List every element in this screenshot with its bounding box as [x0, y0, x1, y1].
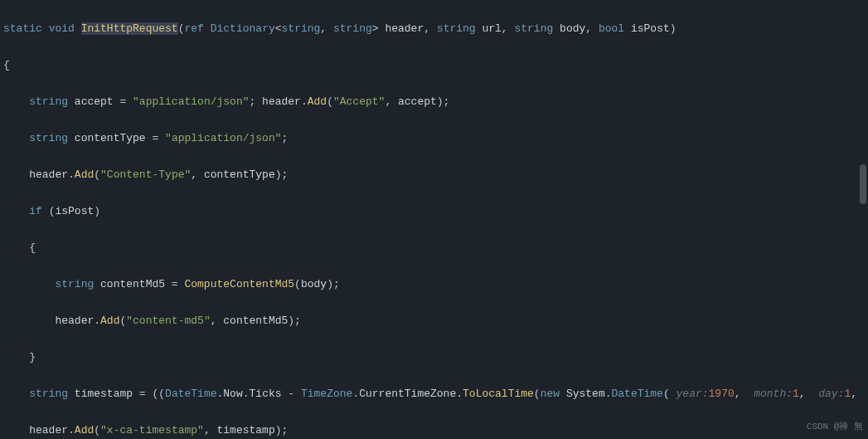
line: header.Add("Content-Type", contentType); [3, 166, 868, 184]
method-name: InitHttpRequest [81, 22, 178, 35]
line: string contentType = "application/json"; [3, 129, 868, 148]
watermark: CSDN @禅 無 [807, 417, 863, 436]
line: } [3, 349, 868, 367]
line: static void InitHttpRequest(ref Dictiona… [3, 20, 868, 38]
scrollbar-thumb[interactable] [860, 164, 866, 204]
line: header.Add("content-md5", contentMd5); [3, 312, 868, 330]
line: { [3, 56, 868, 75]
line: { [3, 239, 868, 257]
line: string timestamp = ((DateTime.Now.Ticks … [3, 385, 868, 403]
line: string contentMd5 = ComputeContentMd5(bo… [3, 276, 868, 294]
line: if (isPost) [3, 202, 868, 221]
line: string accept = "application/json"; head… [3, 93, 868, 111]
line: header.Add("x-ca-timestamp", timestamp); [3, 422, 868, 439]
code-editor[interactable]: static void InitHttpRequest(ref Dictiona… [0, 0, 868, 439]
